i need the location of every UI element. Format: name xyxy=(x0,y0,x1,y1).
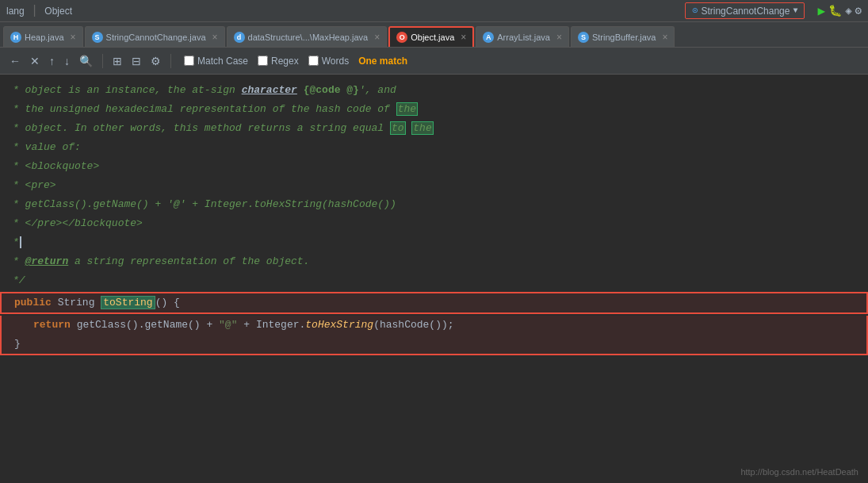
watermark: http://blog.csdn.net/HeatDeath xyxy=(740,467,858,477)
tab-bar: H Heap.java × S StringCannotChange.java … xyxy=(0,22,868,48)
title-separator: | xyxy=(31,4,39,18)
code-text-14: } xyxy=(14,335,21,353)
tab-maxheap-icon: d xyxy=(234,32,245,43)
toolbar-sep-2 xyxy=(170,54,171,68)
match-info: One match xyxy=(358,56,407,67)
tab-heap[interactable]: H Heap.java × xyxy=(3,26,83,47)
code-line-3: * object. In other words, this method re… xyxy=(0,119,868,138)
code-text-6: * <pre> xyxy=(13,177,56,194)
code-text-13: return getClass().getName() + "@" + Inte… xyxy=(33,316,454,334)
words-text: Words xyxy=(322,56,349,67)
title-bar: lang | Object ⊙ StringCannotChange ▼ ▶ 🐛… xyxy=(0,0,868,22)
code-text-2: * the unsigned hexadecimal representatio… xyxy=(13,101,418,118)
regex-checkbox[interactable] xyxy=(258,56,268,66)
match-case-checkbox[interactable] xyxy=(184,56,194,66)
tab-maxheap-close[interactable]: × xyxy=(374,32,380,43)
regex-text: Regex xyxy=(271,56,299,67)
search-match-tostring: toString xyxy=(101,296,155,309)
tab-stringcannotchange[interactable]: S StringCannotChange.java × xyxy=(85,26,225,47)
code-text-3: * object. In other words, this method re… xyxy=(13,120,434,137)
run-icon[interactable]: ▶ xyxy=(817,3,825,19)
words-label[interactable]: Words xyxy=(308,56,349,67)
add-occurrence-button[interactable]: ⊞ xyxy=(109,53,125,69)
settings-button[interactable]: ⚙ xyxy=(147,53,164,69)
tab-stringcannotchange-icon: S xyxy=(92,32,103,43)
prev-match-button[interactable]: ↑ xyxy=(46,53,58,69)
code-line-2: * the unsigned hexadecimal representatio… xyxy=(0,100,868,119)
code-text-12: public String toString() { xyxy=(14,294,180,312)
code-line-7: * getClass().getName() + '@' + Integer.t… xyxy=(0,195,868,214)
code-text-1: * object is an instance, the at-sign cha… xyxy=(13,82,396,99)
tab-stringcannotchange-label: StringCannotChange.java xyxy=(106,33,206,42)
tab-heap-close[interactable]: × xyxy=(71,32,76,43)
code-text-9: * xyxy=(13,234,21,251)
tab-object[interactable]: O Object.java × xyxy=(388,26,474,47)
tab-heap-icon: H xyxy=(10,32,21,43)
tab-maxheap-label: dataStructure\...\MaxHeap.java xyxy=(248,33,369,42)
toolbar: ← ✕ ↑ ↓ 🔍 ⊞ ⊟ ⚙ Match Case Regex Words O… xyxy=(0,48,868,75)
tab-stringbuffer-label: StringBuffer.java xyxy=(592,33,656,42)
tab-arraylist-close[interactable]: × xyxy=(556,32,562,43)
code-area: * object is an instance, the at-sign cha… xyxy=(0,75,868,483)
code-line-1: * object is an instance, the at-sign cha… xyxy=(0,81,868,100)
code-text-11: */ xyxy=(13,272,25,289)
tab-stringbuffer[interactable]: S StringBuffer.java × xyxy=(571,26,675,47)
replace-button[interactable]: ⊟ xyxy=(128,53,144,69)
code-text-7: * getClass().getName() + '@' + Integer.t… xyxy=(13,196,396,213)
dropdown-arrow-icon[interactable]: ▼ xyxy=(793,6,797,15)
dropdown-icon: ⊙ xyxy=(692,5,698,17)
tab-object-label: Object.java xyxy=(411,33,454,42)
match-case-text: Match Case xyxy=(197,56,248,67)
toolbar-options: Match Case Regex Words xyxy=(184,56,349,67)
title-classname: Object xyxy=(44,6,72,17)
next-match-button[interactable]: ↓ xyxy=(61,53,73,69)
tab-arraylist[interactable]: A ArrayList.java × xyxy=(476,26,569,47)
code-text-8: * </pre></blockquote> xyxy=(13,215,143,232)
close-search-button[interactable]: ✕ xyxy=(27,53,43,69)
title-lang: lang xyxy=(6,6,25,17)
tab-arraylist-icon: A xyxy=(483,32,494,43)
tab-object-close[interactable]: × xyxy=(461,32,466,43)
toolbar-sep-1 xyxy=(102,54,103,68)
code-line-12: public String toString() { xyxy=(0,292,868,314)
code-line-10: * @return a string representation of the… xyxy=(0,252,868,271)
code-line-5: * <blockquote> xyxy=(0,157,868,176)
dropdown-label: StringCannotChange xyxy=(701,6,790,17)
back-button[interactable]: ← xyxy=(6,53,24,69)
debug-icon[interactable]: 🐛 xyxy=(828,4,842,17)
tab-object-icon: O xyxy=(396,32,407,43)
match-case-label[interactable]: Match Case xyxy=(184,56,248,67)
find-button[interactable]: 🔍 xyxy=(76,53,96,69)
tab-stringbuffer-icon: S xyxy=(578,32,589,43)
code-line-13: return getClass().getName() + "@" + Inte… xyxy=(0,316,868,335)
code-text-5: * <blockquote> xyxy=(13,158,99,175)
code-text-10: * @return a string representation of the… xyxy=(13,253,309,270)
regex-label[interactable]: Regex xyxy=(258,56,299,67)
settings-icon[interactable]: ⚙ xyxy=(855,4,862,17)
words-checkbox[interactable] xyxy=(308,56,319,66)
code-line-4: * value of: xyxy=(0,138,868,157)
code-line-6: * <pre> xyxy=(0,176,868,195)
code-text-4: * value of: xyxy=(13,139,81,156)
tab-stringbuffer-close[interactable]: × xyxy=(662,32,667,43)
tab-stringcannotchange-close[interactable]: × xyxy=(212,32,218,43)
code-line-9: * xyxy=(0,233,868,252)
tab-heap-label: Heap.java xyxy=(25,33,64,42)
tab-arraylist-label: ArrayList.java xyxy=(497,33,550,42)
code-line-14: } xyxy=(0,335,868,355)
code-line-8: * </pre></blockquote> xyxy=(0,214,868,233)
tab-maxheap[interactable]: d dataStructure\...\MaxHeap.java × xyxy=(227,26,388,47)
code-line-11: */ xyxy=(0,271,868,290)
profile-icon[interactable]: ◈ xyxy=(845,4,851,17)
